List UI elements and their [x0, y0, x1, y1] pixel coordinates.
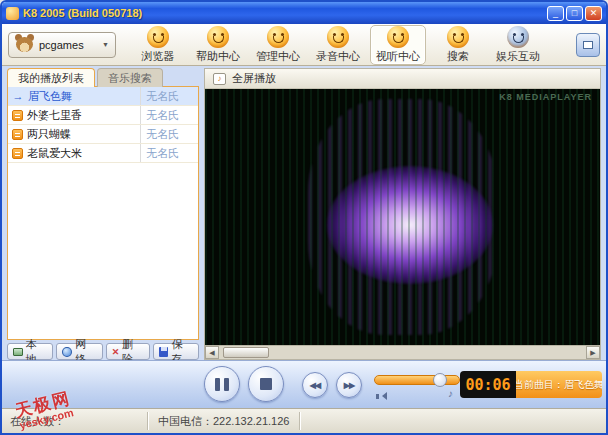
app-icon [6, 7, 19, 20]
scrollbar-thumb[interactable] [223, 347, 269, 358]
title-bar[interactable]: K8 2005 (Build 050718) _ □ ✕ [2, 2, 606, 24]
track-title: 外婆七里香 [27, 108, 136, 123]
toolbar-item-record-center[interactable]: 录音中心 [310, 25, 366, 65]
toolbar-item-label: 视听中心 [376, 49, 420, 64]
tab-my-playlist[interactable]: 我的播放列表 [7, 68, 95, 87]
playlist-row[interactable]: 外婆七里香 无名氏 [8, 106, 198, 125]
next-button[interactable]: ▶▶ [336, 372, 362, 398]
track-list-icon [12, 148, 23, 159]
brand-dropdown[interactable]: pcgames ▼ [8, 32, 116, 58]
toolbar-item-label: 管理中心 [256, 49, 300, 64]
track-artist: 无名氏 [140, 144, 198, 162]
speaker-icon[interactable] [376, 392, 387, 401]
playlist-row[interactable]: 老鼠爱大米 无名氏 [8, 144, 198, 163]
pause-icon [215, 378, 229, 391]
toolbar-item-browser[interactable]: 浏览器 [130, 25, 186, 65]
browser-icon [147, 26, 169, 48]
media-center-icon [387, 26, 409, 48]
sidebar-tabs: 我的播放列表 音乐搜索 [7, 68, 163, 87]
playback-controls: ◀◀ ▶▶ ♪ 00:06 当前曲目：眉飞色舞 [2, 360, 606, 408]
app-window: K8 2005 (Build 050718) _ □ ✕ pcgames ▼ 浏… [0, 0, 608, 435]
now-playing-label: 当前曲目：眉飞色舞 [516, 371, 602, 398]
toolbar-item-label: 帮助中心 [196, 49, 240, 64]
track-artist: 无名氏 [140, 106, 198, 124]
mediaplayer-brand: K8 MEDIAPLAYER [499, 92, 592, 102]
network-icon [62, 347, 72, 357]
toolbar-item-label: 娱乐互动 [496, 49, 540, 64]
track-artist: 无名氏 [140, 87, 198, 105]
toolbar-item-label: 浏览器 [142, 49, 175, 64]
brand-label: pcgames [39, 39, 84, 51]
telecom-ip-label: 中国电信：222.132.21.126 [148, 412, 300, 430]
track-artist: 无名氏 [140, 125, 198, 143]
playlist-row[interactable]: 两只蝴蝶 无名氏 [8, 125, 198, 144]
local-button[interactable]: 本地 [7, 343, 53, 360]
record-center-icon [327, 26, 349, 48]
status-bar: 在线人数： 中国电信：222.132.21.126 [2, 408, 606, 433]
entertainment-icon [507, 26, 529, 48]
time-display: 00:06 [460, 371, 516, 398]
stop-button[interactable] [248, 366, 284, 402]
skin-button[interactable] [576, 33, 600, 57]
previous-button[interactable]: ◀◀ [302, 372, 328, 398]
close-button[interactable]: ✕ [585, 6, 602, 21]
track-list-icon [12, 110, 23, 121]
player-topbar: ♪ 全屏播放 [205, 69, 600, 89]
track-title: 两只蝴蝶 [27, 127, 136, 142]
toolbar-item-search[interactable]: 搜索 [430, 25, 486, 65]
maximize-button[interactable]: □ [566, 6, 583, 21]
skin-icon [583, 41, 593, 49]
online-count-label: 在线人数： [10, 412, 148, 430]
delete-icon: ✕ [112, 347, 120, 357]
scroll-right-arrow[interactable]: ▶ [586, 346, 600, 359]
volume-slider[interactable] [374, 375, 460, 385]
scroll-left-arrow[interactable]: ◀ [205, 346, 219, 359]
manage-center-icon [267, 26, 289, 48]
now-playing-arrow-icon: → [12, 90, 24, 102]
toolbar-item-label: 录音中心 [316, 49, 360, 64]
minimize-button[interactable]: _ [547, 6, 564, 21]
visualization-area: K8 MEDIAPLAYER [205, 89, 600, 345]
save-icon [159, 347, 169, 357]
delete-button[interactable]: ✕ 删除 [106, 343, 150, 360]
save-button[interactable]: 保存 [153, 343, 199, 360]
bear-icon [15, 36, 34, 53]
main-toolbar: pcgames ▼ 浏览器 帮助中心 管理中心 录音中心 视听中心 搜索 [2, 24, 606, 66]
fullscreen-button[interactable]: 全屏播放 [232, 71, 276, 86]
window-title: K8 2005 (Build 050718) [23, 7, 547, 19]
chevron-down-icon: ▼ [102, 41, 109, 48]
seek-scrollbar[interactable]: ◀ ▶ [205, 345, 600, 359]
stop-icon [260, 378, 272, 390]
help-center-icon [207, 26, 229, 48]
pause-button[interactable] [204, 366, 240, 402]
note-icon[interactable]: ♪ [448, 388, 453, 399]
playlist-panel: → 眉飞色舞 无名氏 外婆七里香 无名氏 两只蝴蝶 无名氏 老鼠爱大米 无名氏 [7, 86, 199, 340]
playlist-actions: 本地 网络 ✕ 删除 保存 [7, 343, 199, 360]
toolbar-item-media-center[interactable]: 视听中心 [370, 25, 426, 65]
toolbar-item-help-center[interactable]: 帮助中心 [190, 25, 246, 65]
volume-thumb[interactable] [433, 373, 447, 387]
toolbar-item-entertainment[interactable]: 娱乐互动 [490, 25, 546, 65]
network-button[interactable]: 网络 [56, 343, 102, 360]
track-title: 老鼠爱大米 [27, 146, 136, 161]
note-box-icon: ♪ [213, 73, 226, 85]
search-icon [447, 26, 469, 48]
track-list-icon [12, 129, 23, 140]
tab-music-search[interactable]: 音乐搜索 [97, 68, 163, 87]
viz-stripes [205, 89, 600, 345]
window-buttons: _ □ ✕ [547, 6, 602, 21]
playlist-row[interactable]: → 眉飞色舞 无名氏 [8, 87, 198, 106]
local-icon [13, 348, 23, 356]
toolbar-item-label: 搜索 [447, 49, 469, 64]
toolbar-item-manage-center[interactable]: 管理中心 [250, 25, 306, 65]
track-title: 眉飞色舞 [28, 89, 136, 104]
player-panel: ♪ 全屏播放 K8 MEDIAPLAYER ◀ ▶ [204, 68, 601, 360]
